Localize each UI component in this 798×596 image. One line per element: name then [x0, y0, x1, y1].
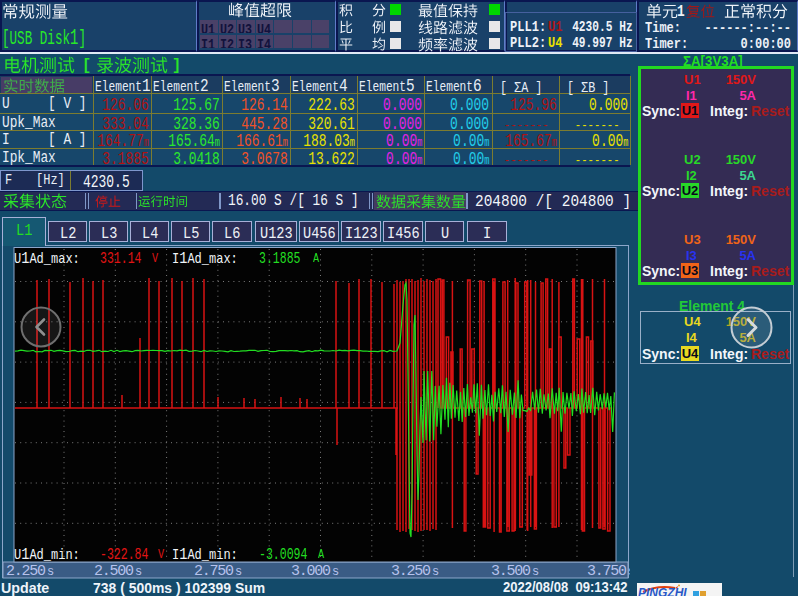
- svg-text:s: s: [432, 565, 439, 579]
- svg-text:3.500: 3.500: [491, 563, 531, 579]
- svg-text:3.250: 3.250: [391, 563, 431, 579]
- svg-text:2.250: 2.250: [6, 563, 46, 579]
- svg-text:s: s: [628, 565, 630, 579]
- svg-text:3.750: 3.750: [587, 563, 627, 579]
- svg-text:s: s: [235, 565, 242, 579]
- svg-text:PINGZHI: PINGZHI: [638, 586, 687, 596]
- svg-text:s: s: [332, 565, 339, 579]
- svg-text:s: s: [135, 565, 142, 579]
- svg-text:s: s: [47, 565, 54, 579]
- svg-text:3.000: 3.000: [291, 563, 331, 579]
- svg-text:2.750: 2.750: [194, 563, 234, 579]
- svg-text:s: s: [532, 565, 539, 579]
- svg-text:2.500: 2.500: [94, 563, 134, 579]
